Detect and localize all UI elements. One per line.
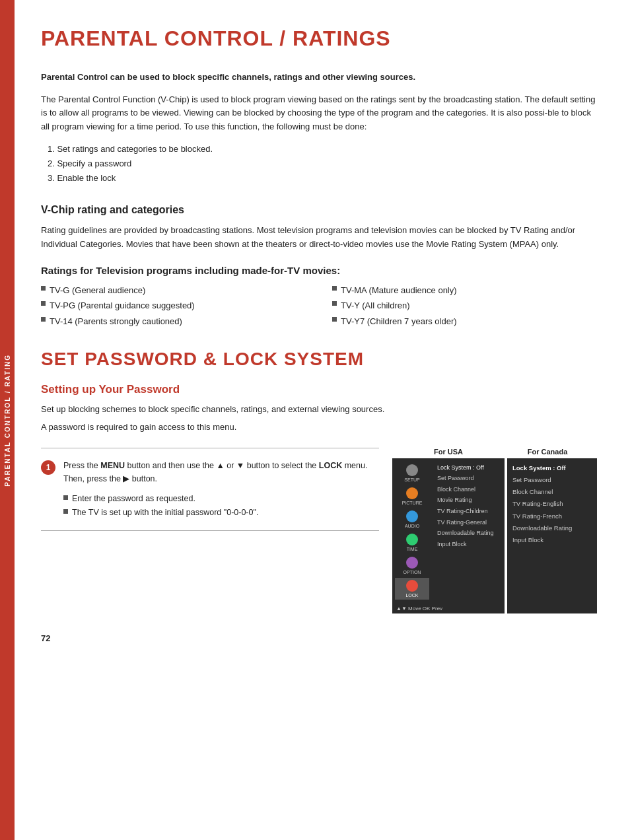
bullet-icon — [63, 509, 68, 514]
main-content: PARENTAL CONTROL / RATINGS Parental Cont… — [15, 0, 630, 840]
for-usa-label: For USA — [399, 448, 498, 456]
setup-desc2: A password is required to gain access to… — [41, 421, 597, 435]
menu-keyword: MENU — [100, 461, 125, 470]
tv-icon-audio: AUDIO — [395, 508, 429, 530]
step-bullet-1: Enter the password as requested. — [63, 492, 379, 506]
tv-icon-picture: PICTURE — [395, 485, 429, 507]
step-box: 1 Press the MENU button and then use the… — [41, 448, 379, 532]
canada-item-6: Input Block — [512, 534, 592, 546]
ratings-right-col: TV-MA (Mature audience only) TV-Y (All c… — [332, 283, 597, 329]
picture-icon — [406, 487, 418, 499]
vchip-paragraph: Rating guidelines are provided by broadc… — [41, 224, 597, 252]
step-1: 1. Set ratings and categories to be bloc… — [48, 142, 597, 157]
rating-item-tvy: TV-Y (All children) — [332, 298, 597, 313]
setup-desc1: Set up blocking schemes to block specifi… — [41, 403, 597, 417]
step-instruction: Press the MENU button and then use the ▲… — [63, 459, 379, 485]
canada-item-0: Lock System : Off — [512, 462, 592, 474]
tv-icon-and-menu: SETUP PICTURE AUDIO — [392, 458, 505, 604]
rating-item-tv14: TV-14 (Parents strongly cautioned) — [41, 314, 306, 329]
nav-text: ▲▼ Move OK Prev — [396, 606, 442, 612]
setup-icon — [406, 464, 418, 476]
tv-icon-lock: LOCK — [395, 578, 429, 600]
bullet-icon — [332, 286, 337, 291]
tv-icon-setup: SETUP — [395, 462, 429, 484]
usa-menu-item-1: Set Password — [437, 473, 499, 484]
ratings-left-col: TV-G (General audience) TV-PG (Parental … — [41, 283, 306, 329]
bullet-icon — [41, 317, 46, 322]
option-label: OPTION — [403, 570, 421, 575]
bottom-section: 1 Press the MENU button and then use the… — [41, 448, 597, 613]
lock-keyword: LOCK — [319, 461, 342, 470]
intro-paragraph: The Parental Control Function (V-Chip) i… — [41, 93, 597, 134]
step-number-1: 1 — [41, 460, 55, 475]
canada-item-4: TV Rating-French — [512, 510, 592, 522]
rating-item-tvg: TV-G (General audience) — [41, 283, 306, 298]
setting-up-title: Setting up Your Password — [41, 383, 597, 396]
for-canada-label: For Canada — [498, 448, 597, 456]
usa-menu-item-6: Downloadable Rating — [437, 528, 499, 539]
side-tab-label: PARENTAL CONTROL / RATING — [4, 354, 11, 487]
tv-with-usa: SETUP PICTURE AUDIO — [392, 458, 505, 613]
usa-menu-item-7: Input Block — [437, 539, 499, 550]
usa-menu-item-2: Block Channel — [437, 484, 499, 495]
bullet-icon — [332, 317, 337, 322]
set-password-title: SET PASSWORD & LOCK SYSTEM — [41, 349, 597, 370]
tv-icon-time: TIME — [395, 532, 429, 553]
usa-menu-item-5: TV Rating-General — [437, 517, 499, 528]
step-bullets: Enter the password as requested. The TV … — [63, 492, 379, 520]
intro-bold: Parental Control can be used to block sp… — [41, 71, 597, 84]
step-content: Press the MENU button and then use the ▲… — [63, 459, 379, 520]
canada-menu: Lock System : Off Set Password Block Cha… — [507, 458, 597, 613]
usa-menu-item-0: Lock System : Off — [437, 462, 499, 473]
page-title: PARENTAL CONTROL / RATINGS — [41, 26, 597, 51]
tv-ratings-heading: Ratings for Television programs includin… — [41, 265, 597, 276]
audio-icon — [406, 510, 418, 522]
step-3: 3. Enable the lock — [48, 171, 597, 186]
for-labels: For USA For Canada — [392, 448, 597, 456]
canada-item-5: Downloadable Rating — [512, 522, 592, 534]
picture-label: PICTURE — [402, 501, 423, 505]
tv-icon-option: OPTION — [395, 555, 429, 577]
time-icon — [406, 534, 418, 545]
instruction-col: 1 Press the MENU button and then use the… — [41, 448, 379, 532]
bullet-icon — [41, 286, 46, 291]
option-icon — [406, 557, 418, 569]
canada-item-2: Block Channel — [512, 486, 592, 498]
usa-menu-box: Lock System : Off Set Password Block Cha… — [432, 458, 505, 604]
usa-menu-item-4: TV Rating-Children — [437, 506, 499, 517]
menus-row: SETUP PICTURE AUDIO — [392, 458, 597, 613]
page-container: PARENTAL CONTROL / RATING PARENTAL CONTR… — [0, 0, 630, 840]
step-bullet-2: The TV is set up with the initial passwo… — [63, 506, 379, 520]
setup-label: SETUP — [404, 477, 419, 482]
audio-label: AUDIO — [405, 524, 419, 528]
usa-menu-item-3: Movie Rating — [437, 495, 499, 506]
step-2: 2. Specify a password — [48, 157, 597, 171]
lock-icon — [406, 580, 418, 592]
page-number: 72 — [41, 633, 597, 643]
intro-steps: 1. Set ratings and categories to be bloc… — [41, 142, 597, 186]
vchip-heading: V-Chip rating and categories — [41, 204, 597, 216]
time-label: TIME — [407, 547, 418, 551]
tv-icon-sidebar: SETUP PICTURE AUDIO — [392, 458, 432, 604]
canada-item-1: Set Password — [512, 474, 592, 486]
menu-diagram-area: For USA For Canada SETUP — [392, 448, 597, 613]
lock-label: LOCK — [405, 593, 418, 598]
canada-item-3: TV Rating-English — [512, 498, 592, 510]
rating-item-tvy7: TV-Y7 (Children 7 years older) — [332, 314, 597, 329]
rating-item-tvma: TV-MA (Mature audience only) — [332, 283, 597, 298]
side-tab: PARENTAL CONTROL / RATING — [0, 0, 15, 840]
tv-nav-bar: ▲▼ Move OK Prev — [392, 604, 505, 613]
rating-item-tvpg: TV-PG (Parental guidance suggested) — [41, 298, 306, 313]
bullet-icon — [332, 301, 337, 306]
bullet-icon — [41, 301, 46, 306]
ratings-columns: TV-G (General audience) TV-PG (Parental … — [41, 283, 597, 329]
bullet-icon — [63, 495, 68, 500]
